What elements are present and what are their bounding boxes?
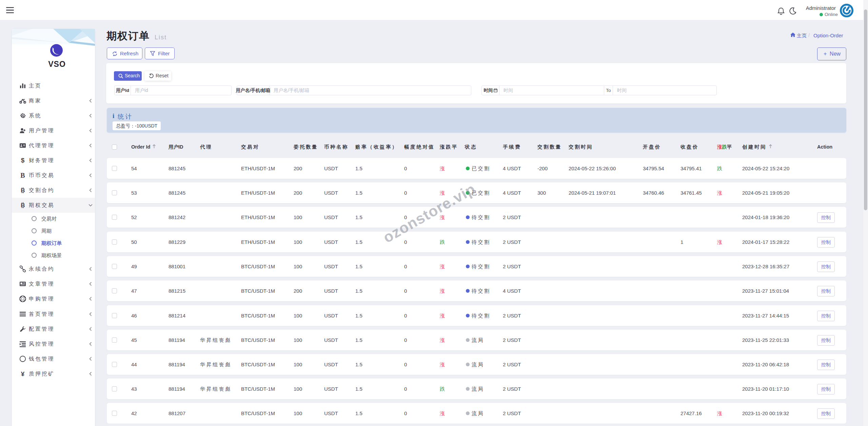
svg-text:B: B <box>20 172 25 179</box>
svg-text:¥: ¥ <box>21 370 25 377</box>
svg-text:$: $ <box>21 157 25 164</box>
svg-text:B: B <box>21 202 25 209</box>
svg-text:B: B <box>21 187 25 194</box>
